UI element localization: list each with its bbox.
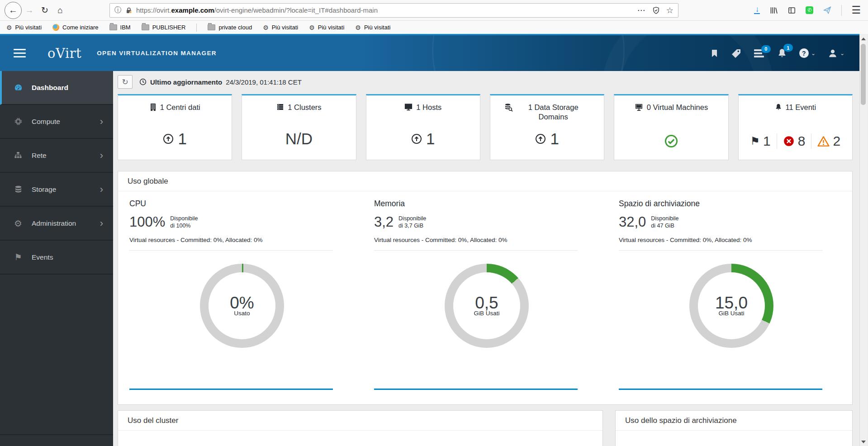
bookmark-item[interactable]: Come iniziare [52, 24, 98, 31]
memory-virtual-resources: Virtual resources - Committed: 0%, Alloc… [374, 237, 607, 243]
storage-usage-column: Spazio di archiviazione 32,0 Disponibile… [607, 191, 852, 405]
memory-usage-column: Memoria 3,2 Disponibile di 3,7 GiB Virtu… [363, 191, 607, 405]
home-button[interactable]: ⌂ [52, 3, 68, 18]
sidebar-toggle-icon[interactable] [787, 6, 796, 14]
up-status-icon [535, 133, 546, 144]
bookmark-item[interactable]: ⚙ Più visitati [355, 24, 390, 31]
bookmark-item[interactable]: ⚙ Più visitati [309, 24, 344, 31]
alerts-badge: 1 [783, 44, 793, 52]
bookmarks-separator [196, 24, 197, 32]
nav-toggle-icon[interactable] [14, 49, 26, 57]
url-text: https://ovirt.example.com/ovirt-engine/w… [136, 6, 634, 14]
sidebar-item-administration[interactable]: ⚙ Administration › [0, 207, 113, 241]
up-status-icon [163, 133, 174, 144]
global-usage-title: Uso globale [118, 171, 852, 191]
folder-icon [109, 24, 117, 30]
menu-icon[interactable]: ☰ [851, 5, 861, 15]
tracking-shield-icon[interactable] [652, 6, 660, 14]
url-bar[interactable]: ⓘ https://ovirt.example.com/ovirt-engine… [109, 3, 678, 18]
folder-icon [208, 24, 215, 30]
help-menu[interactable]: ? ⌄ [799, 48, 816, 58]
events-error-count[interactable]: 8 [777, 133, 811, 149]
tasks-icon[interactable]: 0 [754, 49, 765, 57]
toolbar-separator [841, 5, 842, 16]
gear-icon: ⚙ [12, 218, 24, 229]
alerts-bell-icon[interactable]: 1 [777, 48, 787, 58]
downloads-icon[interactable]: ↓ [754, 6, 760, 14]
sidebar-item-label: Dashboard [32, 84, 68, 92]
library-icon[interactable] [769, 6, 778, 14]
whatsapp-icon[interactable]: ✆ [806, 6, 813, 14]
memory-donut-chart: 0,5 GiB Usati [445, 264, 529, 348]
masthead: oVirt OPEN VIRTUALIZATION MANAGER 0 1 ? … [0, 34, 860, 71]
card-title: 1 Clusters [288, 103, 321, 112]
cpu-usage-column: CPU 100% Disponibile di 100% Virtual res… [118, 191, 363, 405]
last-update-value: 24/3/2019, 01:41:18 CET [226, 78, 302, 86]
bookmark-label: Più visitati [272, 24, 299, 31]
cpu-history-sparkline [129, 389, 333, 390]
tachometer-icon [12, 83, 24, 92]
flag-icon: ⚑ [12, 252, 24, 262]
user-menu[interactable]: ⌄ [828, 48, 844, 58]
warning-icon [817, 136, 830, 147]
firefox-icon [52, 24, 59, 31]
send-tab-icon[interactable] [823, 6, 832, 14]
bookmark-star-icon[interactable]: ☆ [666, 5, 674, 15]
back-button[interactable]: ← [5, 2, 22, 19]
card-clusters[interactable]: 1 Clusters N/D [242, 94, 356, 160]
sidebar-item-label: Events [32, 253, 53, 261]
last-update-label: Ultimo aggiornamento [150, 78, 222, 86]
insecure-lock-icon[interactable] [125, 7, 133, 14]
forward-button[interactable]: → [22, 3, 37, 18]
divider [129, 250, 333, 251]
refresh-button[interactable]: ↻ [118, 75, 133, 89]
user-icon [828, 48, 838, 58]
help-icon: ? [799, 48, 809, 58]
card-events[interactable]: 11 Eventi ⚑ 1 8 2 [738, 94, 853, 160]
card-count: 1 [426, 130, 435, 148]
sidebar-item-rete[interactable]: Rete › [0, 139, 113, 173]
reload-button[interactable]: ↻ [37, 3, 52, 18]
bookmark-label: Più visitati [364, 24, 391, 31]
sidebar-item-dashboard[interactable]: Dashboard [0, 71, 113, 105]
card-count: 1 [550, 130, 559, 148]
card-data-centers[interactable]: 1 Centri dati 1 [118, 94, 232, 160]
tags-icon[interactable] [731, 48, 742, 59]
chevron-down-icon: ⌄ [811, 51, 816, 56]
gear-icon: ⚙ [263, 24, 269, 31]
cpu-title: CPU [129, 199, 363, 209]
events-warning-count[interactable]: 2 [811, 133, 846, 149]
sidebar-nav: Dashboard Compute › Rete › Storage › ⚙ A… [0, 71, 113, 446]
sidebar-item-compute[interactable]: Compute › [0, 105, 113, 139]
sidebar-item-events[interactable]: ⚑ Events [0, 241, 113, 275]
bell-icon [775, 103, 782, 111]
sidebar-item-storage[interactable]: Storage › [0, 173, 113, 207]
bookmark-label: Più visitati [15, 24, 42, 31]
memory-used-value: 0,5 [475, 294, 498, 311]
vertical-scrollbar[interactable] [859, 34, 867, 446]
card-storage-domains[interactable]: 1 Data Storage Domains 1 [490, 94, 604, 160]
bookmark-item[interactable]: ⚙ Più visitati [6, 24, 42, 31]
page-actions-icon[interactable]: ⋯ [637, 5, 646, 15]
card-hosts[interactable]: 1 Hosts 1 [366, 94, 480, 160]
bookmark-folder[interactable]: PUBLISHER [142, 24, 186, 31]
bookmark-item[interactable]: ⚙ Più visitati [263, 24, 298, 31]
storage-title: Spazio di archiviazione [619, 199, 852, 209]
storage-used-label: GiB Usati [718, 310, 744, 317]
memory-history-sparkline [374, 389, 578, 390]
bookmark-folder[interactable]: IBM [109, 24, 131, 31]
cpu-available-value: 100% [129, 215, 165, 230]
page-info-icon[interactable]: ⓘ [114, 5, 122, 15]
scroll-down-arrow[interactable] [861, 441, 866, 443]
storage-virtual-resources: Virtual resources - Committed: 0%, Alloc… [619, 237, 852, 243]
scroll-up-arrow[interactable] [861, 38, 866, 40]
events-flag-count[interactable]: ⚑ 1 [745, 133, 777, 149]
card-title: 0 Virtual Machines [647, 103, 708, 112]
divider [374, 250, 578, 251]
bookmarks-icon[interactable] [710, 48, 719, 58]
bookmark-folder[interactable]: private cloud [208, 24, 252, 31]
scrollbar-thumb[interactable] [861, 44, 866, 105]
up-status-icon [411, 133, 422, 144]
card-virtual-machines[interactable]: 0 Virtual Machines [614, 94, 728, 160]
cpu-virtual-resources: Virtual resources - Committed: 0%, Alloc… [129, 237, 363, 243]
